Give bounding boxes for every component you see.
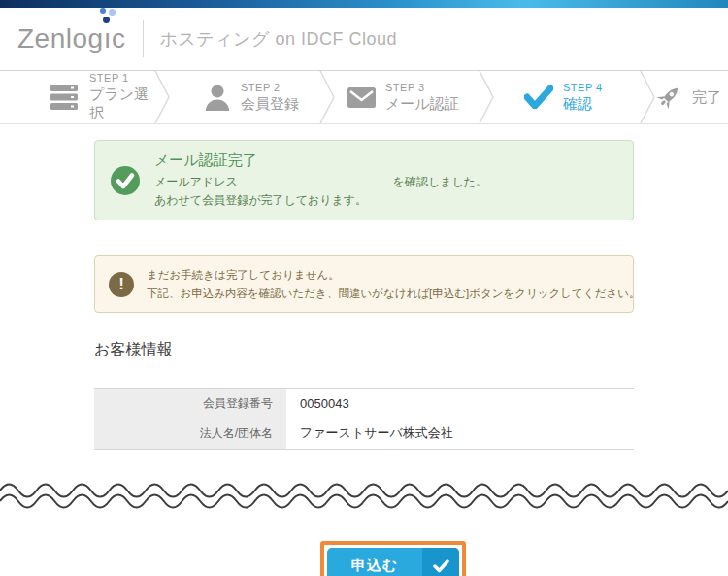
success-check-icon	[111, 166, 140, 195]
step-separator	[478, 71, 495, 123]
step-label: 完了	[692, 88, 721, 107]
success-title: メール認証完了	[154, 152, 487, 170]
envelope-icon	[347, 87, 376, 108]
step-number: STEP 1	[89, 72, 157, 85]
service-subtitle: ホスティング on IDCF Cloud	[159, 27, 397, 51]
step-2-member-register: STEP 2会員登録	[157, 71, 322, 123]
step-number: STEP 2	[241, 82, 299, 95]
table-row: 法人名/団体名 ファーストサーバ株式会社	[94, 419, 634, 449]
step-3-mail-auth: STEP 3メール認証	[322, 71, 485, 123]
step-label: プラン選択	[89, 85, 157, 122]
warning-line-1: まだお手続きは完了しておりません。	[147, 266, 640, 284]
step-label: 確認	[563, 95, 603, 114]
header-divider	[143, 20, 144, 57]
logo-dot-blue-icon	[100, 8, 106, 14]
mail-auth-success-box: メール認証完了 メールアドレスを確認しました。 あわせて会員登録が完了しておりま…	[94, 140, 634, 220]
check-icon	[524, 85, 553, 109]
step-1-plan-select: STEP 1プラン選択	[0, 71, 157, 123]
top-gradient-bar	[0, 0, 728, 8]
step-5-complete: 完了	[645, 71, 728, 123]
row-value: ファーストサーバ株式会社	[286, 419, 453, 449]
step-4-confirm: STEP 4確認	[485, 71, 645, 123]
rocket-icon	[655, 84, 682, 111]
success-line-1: メールアドレスを確認しました。	[154, 173, 487, 191]
logo-dot-navy-icon	[103, 17, 110, 23]
row-value: 0050043	[286, 389, 349, 419]
main-content: メール認証完了 メールアドレスを確認しました。 あわせて会員登録が完了しておりま…	[0, 140, 634, 450]
warning-box: ! まだお手続きは完了しておりません。 下記、お申込み内容を確認いただき、間違い…	[94, 255, 634, 313]
button-check-icon	[422, 548, 459, 576]
table-row: 会員登録番号 0050043	[94, 389, 634, 419]
success-line-2: あわせて会員登録が完了しております。	[154, 191, 487, 210]
step-separator	[153, 71, 171, 123]
submit-area: 申込む	[0, 541, 728, 576]
row-label: 会員登録番号	[94, 389, 286, 419]
step-number: STEP 3	[385, 82, 459, 95]
step-separator	[318, 71, 336, 123]
warning-line-2: 下記、お申込み内容を確認いただき、間違いがなければ[申込む]ボタンをクリックして…	[147, 285, 640, 302]
truncation-wave-divider	[0, 475, 728, 514]
progress-stepbar: STEP 1プラン選択 STEP 2会員登録 STEP 3メール認証 STEP …	[0, 70, 728, 124]
step-number: STEP 4	[563, 82, 603, 95]
customer-info-table: 会員登録番号 0050043 法人名/団体名 ファーストサーバ株式会社	[94, 388, 634, 450]
servers-icon	[50, 85, 80, 110]
highlight-annotation-box: 申込む	[320, 541, 466, 576]
header: Zenlogıc ホスティング on IDCF Cloud	[0, 8, 728, 70]
submit-button[interactable]: 申込む	[327, 548, 459, 576]
zenlogic-logo: Zenlogıc	[17, 25, 125, 52]
row-label: 法人名/団体名	[94, 419, 286, 449]
step-label: 会員登録	[241, 95, 299, 114]
step-separator	[639, 71, 656, 123]
step-label: メール認証	[385, 95, 459, 114]
logo-dot-lightblue-icon	[109, 9, 116, 16]
customer-info-heading: お客様情報	[94, 340, 634, 360]
exclamation-icon: !	[109, 272, 134, 297]
person-icon	[204, 85, 231, 111]
logo-text: Zenlog	[17, 23, 104, 53]
submit-button-label: 申込む	[327, 557, 422, 575]
